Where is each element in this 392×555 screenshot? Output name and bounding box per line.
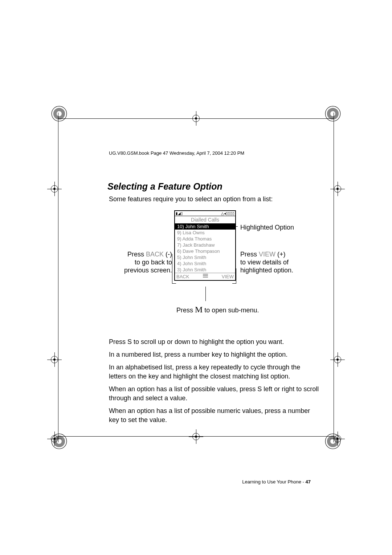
phone-screen: ▮◢▯ △◂▯▯▯▯ Dialled Calls 10) John Smith … <box>174 210 236 281</box>
callout-highlighted: Highlighted Option <box>240 223 294 231</box>
registration-mark <box>51 105 68 122</box>
phone-softkeys: BACK VIEW <box>175 273 235 280</box>
body-paragraph: In a numbered list, press a number key t… <box>109 350 319 359</box>
crosshair <box>330 432 345 446</box>
crosshair <box>47 432 62 446</box>
list-item: 7) Jack Bradshaw <box>175 242 235 248</box>
crosshair <box>330 352 345 367</box>
softkey-back: BACK <box>176 274 189 279</box>
phone-title: Dialled Calls <box>175 216 235 223</box>
frame-line <box>58 118 334 119</box>
connector-line <box>218 226 238 227</box>
frame-line <box>58 113 58 442</box>
diagram: ▮◢▯ △◂▯▯▯▯ Dialled Calls 10) John Smith … <box>109 210 319 334</box>
svg-point-2 <box>57 111 62 116</box>
crosshair <box>47 352 62 367</box>
body-paragraph: Press S to scroll up or down to highligh… <box>109 337 319 347</box>
connector-line <box>236 268 236 284</box>
intro-text: Some features require you to select an o… <box>109 195 319 203</box>
registration-mark <box>324 105 341 122</box>
list-item: 5) John Smith <box>175 254 235 260</box>
list-item: 9) Adda Thomas <box>175 236 235 242</box>
connector-line <box>172 283 176 284</box>
callout-menu: Press M to open sub-menu. <box>176 305 259 315</box>
frame-line <box>334 113 334 442</box>
battery-icon: △◂▯▯▯▯ <box>221 211 234 215</box>
signal-icon: ▮◢▯ <box>176 211 183 215</box>
header-path: UG.V80.GSM.book Page 47 Wednesday, April… <box>109 150 319 156</box>
body-paragraph: In an alphabetised list, press a key rep… <box>109 363 319 381</box>
body-paragraph: When an option has a list of possible nu… <box>109 406 319 425</box>
section-title: Selecting a Feature Option <box>107 181 319 192</box>
list-item: 9) Lisa Owns <box>175 230 235 236</box>
svg-point-5 <box>330 111 335 116</box>
connector-line <box>232 283 236 284</box>
softkey-view: VIEW <box>222 274 234 279</box>
menu-icon <box>203 274 208 278</box>
callout-view: Press VIEW (+) to view details of highli… <box>240 250 319 274</box>
connector-line <box>205 287 206 301</box>
list-item: 4) John Smith <box>175 260 235 267</box>
list-item: 3) John Smith <box>175 267 235 273</box>
phone-statusbar: ▮◢▯ △◂▯▯▯▯ <box>175 211 235 216</box>
page-footer: Learning to Use Your Phone - 47 <box>109 479 319 485</box>
callout-back: Press BACK (-) to go back to previous sc… <box>109 250 172 274</box>
connector-line <box>172 254 172 284</box>
list-item: 6) Dave Thompason <box>175 248 235 254</box>
crosshair <box>330 182 345 196</box>
body-paragraph: When an option has a list of possible va… <box>109 385 319 403</box>
crosshair <box>47 182 62 196</box>
